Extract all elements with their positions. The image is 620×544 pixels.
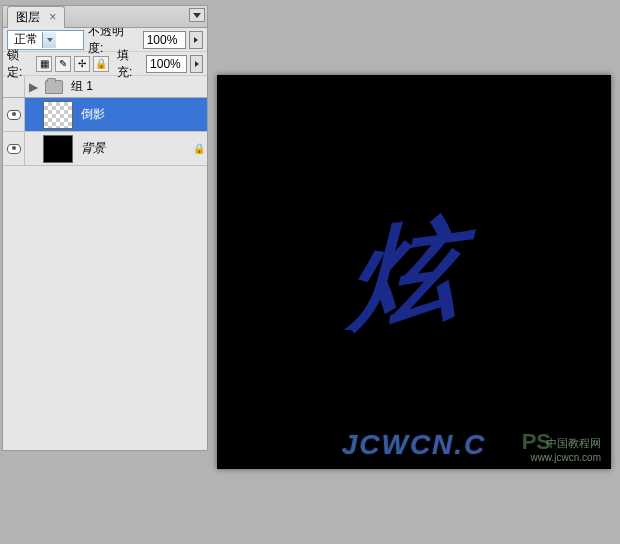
visibility-cell[interactable] [3,132,25,165]
lock-transparency-icon[interactable]: ▦ [36,56,52,72]
expand-triangle-icon[interactable]: ▶ [25,80,41,94]
opacity-value: 100% [147,33,178,47]
tab-label: 图层 [16,10,40,24]
fill-label: 填充: [117,47,142,81]
opacity-slider-button[interactable] [189,31,203,49]
folder-icon [45,80,63,94]
layer-thumbnail[interactable] [43,101,73,129]
footer-text: JCWCN.C [342,429,487,461]
fill-value: 100% [150,57,181,71]
lock-icons-group: ▦ ✎ ✢ 🔒 [36,56,109,72]
lock-paint-icon[interactable]: ✎ [55,56,71,72]
group-name[interactable]: 组 1 [67,78,207,95]
workspace: 炫 PS 中国教程网 www.jcwcn.com JCWCN.C [210,5,618,539]
visibility-cell[interactable] [3,76,25,97]
fill-input[interactable]: 100% [146,55,187,73]
layers-list: ▶ 组 1 倒影 背景 🔒 [3,76,207,450]
layer-thumbnail[interactable] [43,135,73,163]
dropdown-arrow-icon [42,32,56,48]
lock-move-icon[interactable]: ✢ [74,56,90,72]
blend-opacity-row: 正常 不透明度: 100% [3,28,207,52]
tab-layers[interactable]: 图层 × [7,6,65,28]
watermark-url: www.jcwcn.com [530,452,601,463]
eye-icon [7,110,21,120]
panel-menu-button[interactable] [189,8,205,22]
panel-tab-bar: 图层 × [3,6,207,28]
canvas-artwork: 炫 [344,207,483,337]
lock-all-icon[interactable]: 🔒 [93,56,109,72]
layer-row[interactable]: 背景 🔒 [3,132,207,166]
canvas[interactable]: 炫 PS 中国教程网 www.jcwcn.com JCWCN.C [217,75,611,469]
opacity-input[interactable]: 100% [143,31,187,49]
visibility-cell[interactable] [3,98,25,131]
eye-icon [7,144,21,154]
lock-indicator-icon: 🔒 [191,143,207,154]
fill-slider-button[interactable] [190,55,203,73]
tab-close-icon[interactable]: × [49,10,56,24]
layers-panel: 图层 × 正常 不透明度: 100% 锁定: ▦ ✎ ✢ 🔒 填充: 100% [2,5,208,451]
watermark-cn: 中国教程网 [546,436,601,451]
layer-row[interactable]: 倒影 [3,98,207,132]
group-header-row[interactable]: ▶ 组 1 [3,76,207,98]
blend-mode-value: 正常 [14,31,38,48]
layer-name[interactable]: 倒影 [77,106,207,123]
lock-fill-row: 锁定: ▦ ✎ ✢ 🔒 填充: 100% [3,52,207,76]
layer-name[interactable]: 背景 [77,140,191,157]
